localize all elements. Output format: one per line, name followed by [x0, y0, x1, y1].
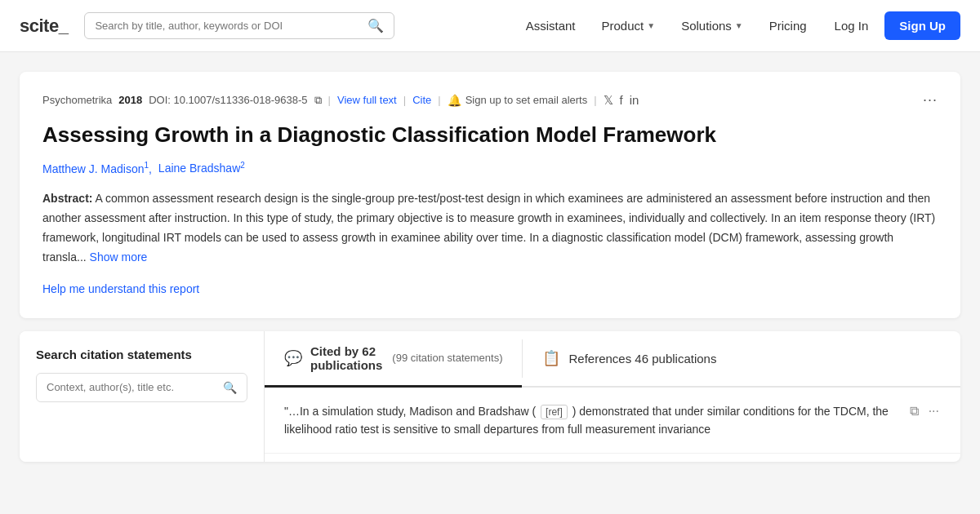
- sidebar-panel: Search citation statements 🔍: [20, 331, 265, 462]
- facebook-icon[interactable]: f: [620, 93, 623, 107]
- cited-by-label: Cited by 62publications: [310, 344, 382, 372]
- search-context-icon: 🔍: [223, 381, 237, 394]
- citations-panel: 💬 Cited by 62publications (99 citation s…: [265, 331, 960, 462]
- view-full-text-link[interactable]: View full text: [337, 94, 397, 106]
- show-more-link[interactable]: Show more: [90, 250, 148, 264]
- more-options-button[interactable]: ···: [923, 91, 938, 109]
- more-snippet-button[interactable]: ···: [927, 402, 941, 420]
- search-context-wrapper[interactable]: 🔍: [36, 373, 247, 402]
- tab-cited-by[interactable]: 💬 Cited by 62publications (99 citation s…: [265, 331, 522, 388]
- citations-tabs: 💬 Cited by 62publications (99 citation s…: [265, 331, 960, 388]
- snippet-text: "…In a simulation study, Madison and Bra…: [284, 402, 898, 439]
- social-icons: 𝕏 f in: [604, 93, 639, 108]
- bottom-section: Search citation statements 🔍 💬 Cited by …: [20, 331, 960, 462]
- search-context-input[interactable]: [47, 381, 223, 393]
- references-label: References 46 publications: [568, 352, 716, 366]
- main-nav: Assistant Product ▼ Solutions ▼ Pricing …: [514, 11, 960, 40]
- signup-button[interactable]: Sign Up: [884, 11, 960, 40]
- chevron-down-icon: ▼: [735, 21, 743, 30]
- main-content: Psychometrika 2018 DOI: 10.1007/s11336-0…: [0, 52, 980, 481]
- citation-snippet: "…In a simulation study, Madison and Bra…: [265, 388, 960, 454]
- bell-icon: 🔔: [448, 94, 461, 107]
- cited-by-sublabel: (99 citation statements): [392, 352, 502, 364]
- cited-by-icon: 💬: [284, 349, 302, 367]
- copy-snippet-button[interactable]: ⧉: [908, 402, 920, 420]
- chevron-down-icon: ▼: [647, 21, 655, 30]
- logo[interactable]: scite_: [20, 16, 68, 37]
- authors: Matthew J. Madison1, Laine Bradshaw2: [42, 161, 938, 175]
- nav-item-solutions[interactable]: Solutions ▼: [670, 12, 755, 39]
- journal-name: Psychometrika: [42, 94, 112, 106]
- sidebar-title: Search citation statements: [36, 348, 247, 361]
- search-bar[interactable]: 🔍: [84, 12, 394, 39]
- author-bradshaw[interactable]: Laine Bradshaw: [158, 162, 240, 175]
- tab-references[interactable]: 📋 References 46 publications: [523, 331, 736, 386]
- help-understand-link[interactable]: Help me understand this report: [42, 282, 199, 295]
- twitter-icon[interactable]: 𝕏: [604, 93, 613, 108]
- alert-text[interactable]: Sign up to set email alerts: [466, 94, 588, 106]
- abstract-text: A common assessment research design is t…: [42, 192, 935, 263]
- author-madison[interactable]: Matthew J. Madison: [42, 162, 145, 175]
- references-icon: 📋: [542, 349, 560, 367]
- paper-card: Psychometrika 2018 DOI: 10.1007/s11336-0…: [20, 72, 960, 318]
- nav-item-product[interactable]: Product ▼: [590, 12, 667, 39]
- paper-meta: Psychometrika 2018 DOI: 10.1007/s11336-0…: [42, 91, 938, 109]
- login-button[interactable]: Log In: [822, 12, 882, 39]
- linkedin-icon[interactable]: in: [630, 93, 639, 107]
- ref-tag: [ref]: [541, 405, 568, 419]
- search-icon[interactable]: 🔍: [368, 18, 384, 33]
- nav-item-pricing[interactable]: Pricing: [758, 12, 818, 39]
- email-alert-section: 🔔 Sign up to set email alerts: [448, 94, 588, 107]
- abstract: Abstract: A common assessment research d…: [42, 189, 938, 267]
- nav-item-assistant[interactable]: Assistant: [514, 12, 587, 39]
- snippet-actions: ⧉ ···: [908, 402, 941, 420]
- doi-text: DOI: 10.1007/s11336-018-9638-5: [149, 94, 307, 106]
- header: scite_ 🔍 Assistant Product ▼ Solutions ▼…: [0, 0, 980, 52]
- copy-icon[interactable]: ⧉: [314, 94, 322, 107]
- publication-year: 2018: [118, 94, 142, 106]
- paper-title: Assessing Growth in a Diagnostic Classif…: [42, 122, 938, 149]
- cite-link[interactable]: Cite: [412, 94, 431, 106]
- search-input[interactable]: [95, 20, 361, 32]
